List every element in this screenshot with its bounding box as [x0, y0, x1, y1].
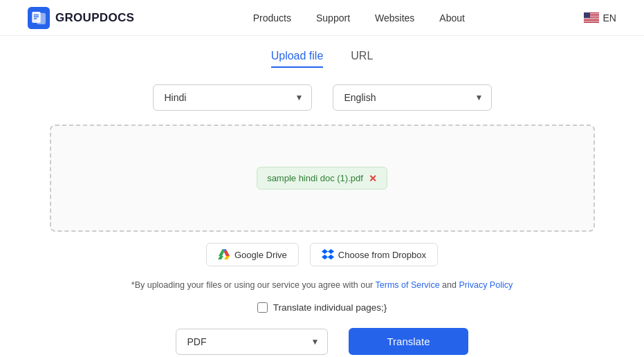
svg-rect-14	[584, 19, 599, 19]
svg-rect-18	[584, 22, 599, 23]
tab-url[interactable]: URL	[351, 50, 373, 68]
svg-marker-22	[224, 256, 230, 259]
google-drive-icon	[218, 248, 230, 261]
svg-marker-26	[328, 249, 334, 254]
svg-marker-25	[322, 249, 328, 254]
terms-middle: and	[440, 280, 459, 290]
dropbox-icon	[322, 248, 334, 261]
tab-bar: Upload file URL	[50, 50, 595, 68]
translate-pages-row: Translate individual pages;}	[50, 302, 595, 313]
upload-dropzone[interactable]: sample hindi doc (1).pdf ✕	[50, 125, 595, 232]
source-language-select[interactable]: Hindi English French German Spanish Chin…	[153, 84, 312, 111]
svg-marker-27	[322, 255, 328, 259]
cloud-buttons-row: Google Drive Choose from Dropbox	[50, 243, 595, 266]
nav-products[interactable]: Products	[253, 12, 291, 24]
privacy-policy-link[interactable]: Privacy Policy	[459, 280, 513, 290]
language-selector[interactable]: EN	[584, 12, 616, 24]
logo-icon	[28, 7, 50, 29]
tab-upload[interactable]: Upload file	[271, 50, 324, 68]
source-language-wrapper: Hindi English French German Spanish Chin…	[153, 84, 312, 111]
target-language-select[interactable]: English Hindi French German Spanish Chin…	[333, 84, 492, 111]
translate-button[interactable]: Translate	[349, 328, 469, 355]
uploaded-file-chip: sample hindi doc (1).pdf ✕	[257, 167, 387, 190]
terms-prefix: *By uploading your files or using our se…	[131, 280, 376, 290]
terms-notice: *By uploading your files or using our se…	[50, 280, 595, 290]
dropbox-button[interactable]: Choose from Dropbox	[310, 243, 438, 266]
action-row: PDF DOCX XLSX PPTX TXT ▼ Translate	[50, 328, 595, 355]
svg-marker-29	[328, 255, 331, 259]
flag-icon	[584, 12, 599, 23]
file-name: sample hindi doc (1).pdf	[267, 173, 363, 183]
dropbox-label: Choose from Dropbox	[338, 250, 426, 260]
main-content: Upload file URL Hindi English French Ger…	[39, 36, 606, 357]
nav-websites[interactable]: Websites	[375, 12, 414, 24]
logo-area: GROUPDOCS	[28, 7, 134, 29]
language-selectors-row: Hindi English French German Spanish Chin…	[50, 84, 595, 111]
main-nav: Products Support Websites About	[253, 12, 465, 24]
svg-marker-21	[218, 256, 223, 259]
nav-support[interactable]: Support	[316, 12, 350, 24]
svg-rect-19	[584, 12, 590, 18]
translate-pages-checkbox[interactable]	[257, 302, 268, 313]
svg-rect-13	[584, 18, 599, 19]
svg-rect-16	[584, 21, 599, 21]
svg-rect-17	[584, 21, 599, 22]
translate-pages-label: Translate individual pages;}	[273, 302, 387, 313]
output-format-wrapper: PDF DOCX XLSX PPTX TXT ▼	[176, 329, 328, 355]
output-format-select[interactable]: PDF DOCX XLSX PPTX TXT	[176, 329, 328, 355]
google-drive-label: Google Drive	[234, 250, 287, 260]
svg-rect-15	[584, 19, 599, 20]
nav-about[interactable]: About	[439, 12, 465, 24]
google-drive-button[interactable]: Google Drive	[206, 243, 299, 266]
terms-of-service-link[interactable]: Terms of Service	[376, 280, 440, 290]
language-code: EN	[603, 12, 616, 24]
logo-text: GROUPDOCS	[55, 11, 134, 25]
header: GROUPDOCS Products Support Websites Abou…	[0, 0, 644, 36]
remove-file-button[interactable]: ✕	[369, 174, 377, 183]
target-language-wrapper: English Hindi French German Spanish Chin…	[333, 84, 492, 111]
